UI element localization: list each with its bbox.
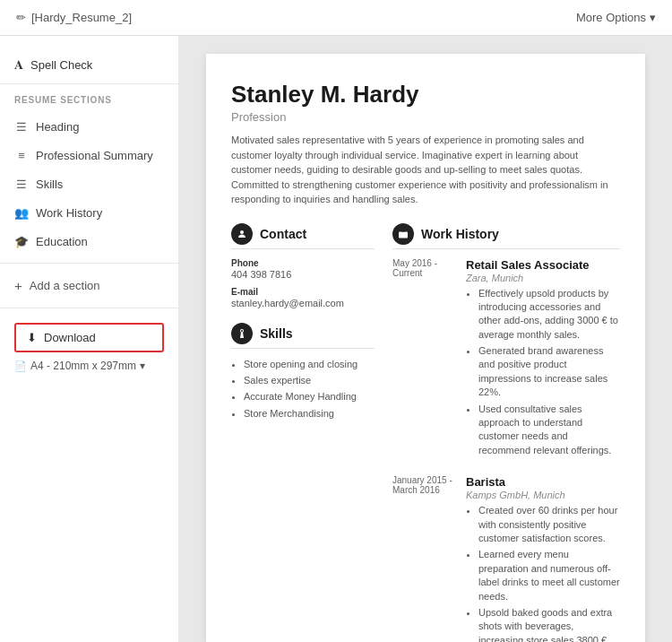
resume-left-column: Contact Phone 404 398 7816 E-mail stanle… (231, 223, 375, 643)
svg-point-1 (241, 329, 244, 332)
filename-text: [Hardy_Resume_2] (31, 11, 132, 24)
chevron-down-icon: ▾ (650, 11, 656, 24)
job-0-company: Zara, Munich (466, 273, 620, 283)
resume-profession: Profession (231, 110, 620, 124)
job-1-bullets: Created over 60 drinks per hour with con… (466, 504, 620, 642)
job-0-bullet-2: Used consultative sales approach to unde… (478, 403, 620, 458)
job-1-bullet-1: Learned every menu preparation and numer… (478, 548, 620, 603)
skill-item-1: Sales expertise (244, 374, 375, 387)
sidebar-item-professional-summary[interactable]: ≡ Professional Summary (0, 141, 178, 169)
skills-list: Store opening and closing Sales expertis… (231, 358, 375, 421)
job-1-company: Kamps GmbH, Munich (466, 490, 620, 500)
skills-icon: ☰ (14, 177, 29, 191)
work-history-section-icon (392, 223, 414, 245)
job-1-date: January 2015 - March 2016 (392, 475, 457, 495)
resume-sections-label: RESUME SECTIONS (0, 95, 178, 112)
sidebar-item-education-label: Education (36, 235, 88, 248)
resume-columns: Contact Phone 404 398 7816 E-mail stanle… (231, 223, 620, 643)
phone-label: Phone (231, 258, 375, 268)
job-0-bullet-0: Effectively upsold products by introduci… (478, 287, 620, 343)
download-button[interactable]: ⬇ Download (14, 323, 164, 352)
job-0-date: May 2016 - Current (392, 258, 457, 278)
sidebar-item-skills-label: Skills (36, 178, 63, 191)
job-0-date-col: May 2016 - Current (392, 258, 457, 467)
work-history-section-title: Work History (421, 227, 499, 241)
job-0-bullet-1: Generated brand awareness and positive p… (478, 344, 620, 400)
sidebar-item-skills[interactable]: ☰ Skills (0, 169, 178, 198)
job-entry-0: May 2016 - Current Retail Sales Associat… (392, 258, 620, 467)
skills-section-header: Skills (231, 323, 375, 349)
pencil-icon: ✏ (16, 11, 26, 24)
work-history-section-header: Work History (392, 223, 620, 249)
paper-size-chevron: ▾ (140, 360, 145, 372)
resume-paper: Stanley M. Hardy Profession Motivated sa… (206, 54, 645, 642)
paper-icon: 📄 (14, 360, 27, 372)
resume-name: Stanley M. Hardy (231, 81, 620, 108)
contact-icon (231, 223, 253, 245)
email-value: stanley.hardy@email.com (231, 298, 375, 308)
add-section-label: Add a section (30, 279, 100, 292)
skills-section-icon (231, 323, 253, 344)
email-label: E-mail (231, 287, 375, 297)
sidebar-divider (0, 263, 178, 264)
more-options-label: More Options (576, 11, 646, 24)
spell-check-item[interactable]: 𝐀 Spell Check (0, 50, 178, 84)
sidebar-item-education[interactable]: 🎓 Education (0, 227, 178, 256)
sidebar-item-professional-summary-label: Professional Summary (36, 149, 153, 162)
job-1-bullet-2: Upsold baked goods and extra shots with … (478, 606, 620, 642)
main-layout: 𝐀 Spell Check RESUME SECTIONS ☰ Heading … (0, 36, 672, 642)
skill-item-3: Store Merchandising (244, 407, 375, 421)
paper-size-label: A4 - 210mm x 297mm (30, 360, 136, 372)
education-icon: 🎓 (14, 234, 29, 248)
resume-area: Stanley M. Hardy Profession Motivated sa… (179, 36, 672, 642)
filename-area[interactable]: ✏ [Hardy_Resume_2] (16, 11, 132, 24)
contact-section-title: Contact (260, 227, 306, 241)
add-section-plus-icon: + (14, 278, 22, 293)
skills-section-title: Skills (260, 326, 293, 341)
spell-check-icon: 𝐀 (14, 57, 23, 73)
heading-icon: ☰ (14, 119, 29, 134)
sidebar: 𝐀 Spell Check RESUME SECTIONS ☰ Heading … (0, 36, 179, 642)
top-bar: ✏ [Hardy_Resume_2] More Options ▾ (0, 0, 672, 36)
svg-point-0 (240, 230, 244, 234)
job-0-bullets: Effectively upsold products by introduci… (466, 287, 620, 458)
sidebar-item-work-history[interactable]: 👥 Work History (0, 198, 178, 227)
job-entry-1: January 2015 - March 2016 Barista Kamps … (392, 475, 620, 642)
sidebar-divider-2 (0, 308, 178, 308)
skill-item-0: Store opening and closing (244, 358, 375, 371)
professional-summary-icon: ≡ (14, 148, 29, 162)
svg-rect-2 (399, 231, 408, 238)
resume-right-column: Work History May 2016 - Current Retail S… (392, 223, 620, 643)
spell-check-label: Spell Check (30, 58, 92, 72)
more-options-button[interactable]: More Options ▾ (576, 11, 656, 24)
job-1-title: Barista (466, 475, 620, 489)
job-1-date-col: January 2015 - March 2016 (392, 475, 457, 642)
job-0-title: Retail Sales Associate (466, 258, 620, 272)
sidebar-item-heading[interactable]: ☰ Heading (0, 112, 178, 141)
paper-size-selector[interactable]: 📄 A4 - 210mm x 297mm ▾ (0, 356, 178, 376)
job-1-detail: Barista Kamps GmbH, Munich Created over … (466, 475, 620, 642)
skill-item-2: Accurate Money Handling (244, 390, 375, 403)
sidebar-item-heading-label: Heading (36, 120, 79, 134)
contact-section-header: Contact (231, 223, 375, 249)
work-history-icon: 👥 (14, 205, 29, 220)
resume-summary: Motivated sales representative with 5 ye… (231, 133, 620, 207)
download-label: Download (44, 331, 96, 344)
add-section-button[interactable]: + Add a section (0, 271, 178, 300)
phone-value: 404 398 7816 (231, 269, 375, 280)
sidebar-item-work-history-label: Work History (36, 206, 102, 220)
download-icon: ⬇ (27, 331, 37, 344)
job-0-detail: Retail Sales Associate Zara, Munich Effe… (466, 258, 620, 467)
job-1-bullet-0: Created over 60 drinks per hour with con… (478, 504, 620, 545)
